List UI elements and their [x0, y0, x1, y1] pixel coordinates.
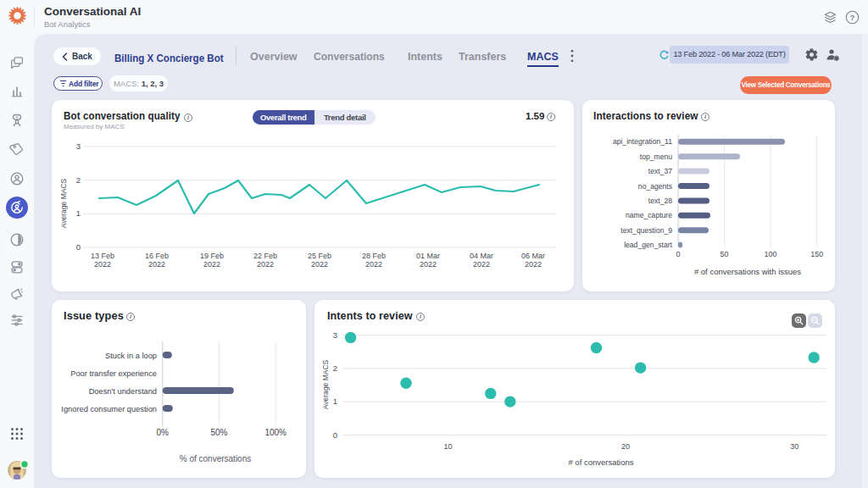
svg-text:50: 50 [721, 250, 729, 258]
svg-text:# of conversations with issues: # of conversations with issues [694, 267, 801, 276]
svg-text:28 Feb: 28 Feb [362, 252, 386, 260]
svg-text:top_menu: top_menu [640, 152, 672, 161]
svg-text:2022: 2022 [148, 260, 165, 269]
svg-text:2022: 2022 [94, 260, 111, 269]
svg-text:2022: 2022 [525, 260, 542, 269]
svg-text:2: 2 [76, 175, 81, 185]
svg-text:0: 0 [333, 430, 337, 440]
svg-text:25 Feb: 25 Feb [308, 252, 331, 260]
svg-text:# of conversations: # of conversations [568, 458, 633, 467]
svg-text:3: 3 [333, 330, 337, 340]
svg-text:1: 1 [76, 208, 81, 218]
svg-text:Poor transfer experience: Poor transfer experience [70, 369, 157, 378]
svg-text:06 Mar: 06 Mar [521, 252, 545, 260]
svg-text:Ignored consumer question: Ignored consumer question [61, 405, 157, 413]
svg-text:2022: 2022 [420, 260, 437, 269]
svg-text:3: 3 [76, 141, 81, 151]
svg-text:01 Mar: 01 Mar [416, 252, 440, 260]
svg-text:2022: 2022 [257, 260, 274, 269]
svg-text:Average MACS: Average MACS [321, 359, 330, 409]
svg-text:lead_gen_start: lead_gen_start [624, 241, 672, 249]
svg-text:name_capture: name_capture [626, 211, 672, 219]
svg-text:19 Feb: 19 Feb [200, 252, 224, 260]
svg-text:Doesn't understand: Doesn't understand [89, 387, 157, 396]
svg-text:2022: 2022 [203, 260, 220, 269]
svg-text:text_37: text_37 [648, 167, 672, 175]
svg-text:10: 10 [444, 442, 453, 451]
svg-text:?: ? [850, 14, 855, 22]
svg-text:20: 20 [621, 442, 630, 451]
svg-text:Stuck in a loop: Stuck in a loop [105, 352, 157, 360]
svg-text:0: 0 [76, 242, 81, 252]
svg-text:Average MACS: Average MACS [59, 178, 68, 228]
svg-text:2022: 2022 [365, 260, 382, 269]
svg-text:2022: 2022 [473, 260, 490, 269]
svg-text:30: 30 [790, 442, 798, 451]
svg-text:100%: 100% [264, 428, 287, 437]
svg-text:150: 150 [810, 250, 823, 258]
svg-text:50%: 50% [210, 428, 227, 437]
svg-text:0: 0 [676, 250, 680, 258]
svg-text:no_agents: no_agents [638, 182, 672, 191]
svg-text:% of conversations: % of conversations [180, 454, 252, 463]
svg-text:0%: 0% [157, 428, 170, 437]
svg-text:api_integration_11: api_integration_11 [613, 137, 672, 146]
svg-text:1: 1 [333, 396, 337, 406]
svg-text:16 Feb: 16 Feb [145, 252, 169, 260]
svg-text:2: 2 [333, 363, 337, 373]
svg-text:text_question_9: text_question_9 [620, 226, 672, 235]
svg-text:13 Feb: 13 Feb [91, 252, 114, 260]
svg-text:2022: 2022 [311, 260, 328, 269]
svg-text:22 Feb: 22 Feb [253, 252, 277, 260]
svg-text:100: 100 [765, 250, 777, 258]
svg-text:text_28: text_28 [648, 197, 672, 205]
svg-text:04 Mar: 04 Mar [470, 252, 493, 260]
